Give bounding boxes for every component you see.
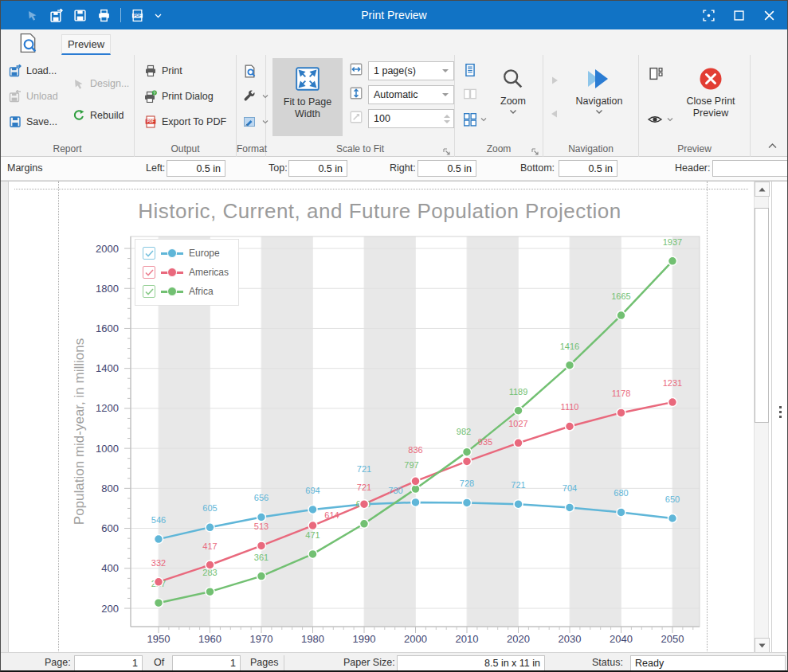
svg-text:2000: 2000 <box>96 243 119 255</box>
svg-text:836: 836 <box>408 445 422 455</box>
window-controls <box>696 1 781 29</box>
customize-button[interactable] <box>243 90 256 103</box>
spin-down-icon[interactable] <box>444 120 450 123</box>
next-page-icon <box>550 74 559 88</box>
group-format: Format <box>237 55 266 157</box>
fit-to-page-width-button[interactable]: Fit to Page Width <box>272 58 343 136</box>
margin-guide-top <box>14 189 748 189</box>
spin-up-icon[interactable] <box>444 115 450 118</box>
scrollbar-thumb[interactable] <box>755 208 769 423</box>
vertical-scrollbar[interactable] <box>754 182 769 653</box>
legend-item-americas[interactable]: Americas <box>143 264 229 280</box>
unload-label: Unload <box>26 91 58 102</box>
print-button[interactable]: Print <box>144 64 182 77</box>
thumbnails-splitter[interactable] <box>771 182 788 653</box>
rebuild-button[interactable]: Rebuild <box>73 109 123 122</box>
group-zoom-label: Zoom <box>455 143 543 154</box>
svg-text:656: 656 <box>254 493 269 502</box>
margin-guide-left <box>58 182 59 653</box>
legend-checkbox-icon[interactable] <box>143 247 155 260</box>
group-scale-label: Scale to Fit <box>266 143 454 154</box>
statusbar-separator <box>284 655 284 671</box>
maximize-icon[interactable] <box>727 4 751 26</box>
page-count-value: 1 page(s) <box>374 65 442 76</box>
paper-size-label: Paper Size: <box>343 657 395 668</box>
fit-height-icon[interactable] <box>349 86 363 104</box>
svg-text:797: 797 <box>404 460 418 470</box>
margin-bottom-input[interactable] <box>559 160 617 177</box>
scroll-down-icon[interactable] <box>755 638 770 653</box>
load-button[interactable]: Load... <box>9 64 57 77</box>
group-output-label: Output <box>135 143 236 154</box>
close-print-preview-button[interactable]: Close Print Preview <box>676 58 746 136</box>
group-preview-label: Preview <box>639 143 750 154</box>
zoom-label: Zoom <box>500 96 526 107</box>
close-icon[interactable] <box>757 4 781 26</box>
unload-button[interactable]: Unload <box>9 90 58 103</box>
watermark-visibility-button[interactable] <box>647 114 673 125</box>
zoom-chevron-icon <box>509 109 517 115</box>
one-page-icon <box>463 63 477 77</box>
scale-dialog-launcher-icon[interactable] <box>442 145 451 154</box>
svg-text:2030: 2030 <box>559 633 582 645</box>
thumbnails-button[interactable] <box>649 66 664 84</box>
margin-right-input[interactable] <box>418 160 476 177</box>
svg-text:694: 694 <box>305 486 320 495</box>
chart-title: Historic, Current, and Future Population… <box>9 199 751 224</box>
paper-size-input[interactable] <box>397 655 545 671</box>
collapse-ribbon-icon[interactable] <box>767 138 778 152</box>
page-height-combo[interactable]: Automatic <box>368 85 454 104</box>
svg-text:1027: 1027 <box>508 419 527 428</box>
svg-text:800: 800 <box>101 483 119 494</box>
margin-left-input[interactable] <box>167 160 225 177</box>
page-number-input[interactable] <box>74 655 143 671</box>
tab-preview[interactable]: Preview <box>61 34 111 55</box>
prev-page-icon <box>550 107 559 122</box>
capture-icon[interactable] <box>696 4 720 26</box>
zoom-dialog-launcher-icon[interactable] <box>531 145 539 154</box>
margin-top-input[interactable] <box>288 160 347 177</box>
export-pdf-button[interactable]: PDF Export To PDF <box>144 115 226 128</box>
multi-page-view-button[interactable] <box>463 112 487 127</box>
legend-checkbox-icon[interactable] <box>143 266 155 279</box>
legend-item-africa[interactable]: Africa <box>143 283 229 299</box>
combo-chevron-icon <box>442 69 449 72</box>
zoom-button[interactable]: Zoom <box>488 58 538 136</box>
page-width-view-button[interactable] <box>463 63 477 80</box>
svg-text:417: 417 <box>202 541 217 551</box>
page-count-input[interactable] <box>172 655 241 671</box>
fit-to-page-width-label: Fit to Page Width <box>276 96 339 120</box>
rebuild-label: Rebuild <box>90 110 123 121</box>
legend-marker-icon <box>161 268 183 277</box>
report-page: Historic, Current, and Future Population… <box>9 182 751 653</box>
svg-text:1000: 1000 <box>96 443 119 455</box>
legend-checkbox-icon[interactable] <box>143 285 155 298</box>
design-button[interactable]: Design... <box>73 77 129 90</box>
scroll-up-icon[interactable] <box>755 182 770 197</box>
print-dialog-button[interactable]: ? Print Dialog <box>144 90 214 103</box>
page-count-combo[interactable]: 1 page(s) <box>368 61 454 80</box>
group-navigation-label: Navigation <box>543 143 638 154</box>
svg-text:2040: 2040 <box>610 633 633 645</box>
svg-text:721: 721 <box>357 483 371 492</box>
navigation-button[interactable]: Navigation <box>566 58 633 136</box>
svg-text:605: 605 <box>202 503 217 513</box>
save-button[interactable]: Save... <box>9 115 57 128</box>
svg-text:1970: 1970 <box>250 633 273 645</box>
scale-percent-spinner[interactable]: 100 <box>368 109 454 128</box>
group-preview: Close Print Preview Preview <box>639 55 751 157</box>
svg-text:728: 728 <box>460 479 474 488</box>
fit-width-icon[interactable] <box>349 62 363 80</box>
margin-header-input[interactable] <box>712 160 788 177</box>
svg-text:1990: 1990 <box>353 633 376 645</box>
fit-page-width-icon <box>294 65 321 92</box>
watermark-button[interactable] <box>243 115 256 128</box>
margin-header-label: Header: <box>675 162 710 174</box>
legend-label: Europe <box>189 248 220 259</box>
titlebar: PDF Print Preview <box>1 1 787 29</box>
header-footer-button[interactable] <box>243 64 257 78</box>
svg-text:721: 721 <box>511 480 525 490</box>
legend-item-europe[interactable]: Europe <box>143 245 229 261</box>
group-output: Print ? Print Dialog PDF Export To PDF O… <box>135 55 237 157</box>
two-pages-icon <box>463 87 477 101</box>
